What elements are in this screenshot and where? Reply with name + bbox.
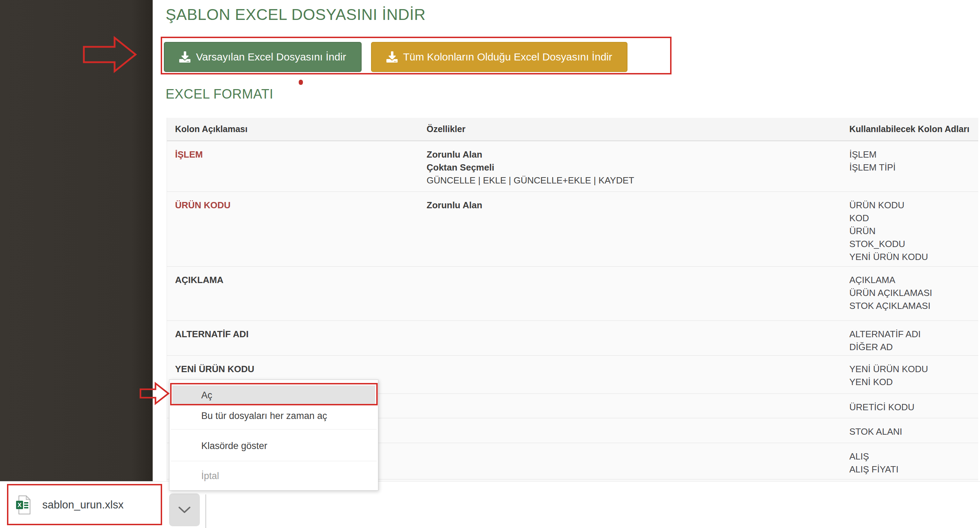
shelf-divider xyxy=(205,495,206,528)
header-kolon-aciklamasi: Kolon Açıklaması xyxy=(167,124,426,134)
download-icon xyxy=(179,51,191,62)
row-usable-column-names: ALIŞALIŞ FİYATI xyxy=(841,443,978,479)
row-column-description: ALTERNATİF ADI xyxy=(167,321,426,355)
row-column-description: AÇIKLAMA xyxy=(167,267,426,320)
table-row: İŞLEM Zorunlu AlanÇoktan SeçmeliGÜNCELLE… xyxy=(167,141,978,192)
context-menu-item[interactable]: Bu tür dosyaları her zaman aç xyxy=(172,407,375,425)
row-column-description: İŞLEM xyxy=(167,141,426,191)
row-features xyxy=(426,418,841,443)
menu-divider xyxy=(171,461,377,461)
section-title-excel-format: EXCEL FORMATI xyxy=(165,87,273,102)
context-menu-item[interactable]: Klasörde göster xyxy=(172,437,375,455)
excel-file-icon: X xyxy=(16,496,30,514)
row-column-description: ÜRÜN KODU xyxy=(167,192,426,266)
header-ozellikler: Özellikler xyxy=(426,124,841,134)
red-dash-annotation xyxy=(299,80,303,85)
row-usable-column-names: AÇIKLAMAÜRÜN AÇIKLAMASISTOK AÇIKLAMASI xyxy=(841,267,978,320)
row-usable-column-names: ALTERNATİF ADIDİĞER AD xyxy=(841,321,978,355)
menu-divider xyxy=(171,429,377,429)
row-features xyxy=(426,394,841,418)
page-title: ŞABLON EXCEL DOSYASINI İNDİR xyxy=(165,6,426,24)
row-usable-column-names: YENİ ÜRÜN KODUYENİ KOD xyxy=(841,356,978,393)
context-menu-item: İptal xyxy=(172,467,375,485)
download-default-excel-button[interactable]: Varsayılan Excel Dosyasını İndir xyxy=(164,42,362,72)
row-usable-column-names: ÜRETİCİ KODU xyxy=(841,394,978,418)
file-options-button[interactable] xyxy=(169,493,200,526)
row-features: Zorunlu AlanÇoktan SeçmeliGÜNCELLE | EKL… xyxy=(426,141,841,191)
downloaded-file-name: sablon_urun.xlsx xyxy=(42,499,124,511)
download-context-menu: AçBu tür dosyaları her zaman açKlasörde … xyxy=(169,380,379,491)
table-row: ALTERNATİF ADI ALTERNATİF ADIDİĞER AD xyxy=(167,321,978,356)
row-features: Zorunlu Alan xyxy=(426,192,841,266)
download-shelf: X sablon_urun.xlsx xyxy=(0,481,980,528)
download-all-columns-excel-label: Tüm Kolonların Olduğu Excel Dosyasını İn… xyxy=(403,51,612,63)
download-default-excel-label: Varsayılan Excel Dosyasını İndir xyxy=(196,51,346,63)
row-usable-column-names: İŞLEMİŞLEM TİPİ xyxy=(841,141,978,191)
download-icon xyxy=(387,51,398,62)
row-features xyxy=(426,267,841,320)
header-kullanilabilecek-kolon-adlari: Kullanılabilecek Kolon Adları xyxy=(841,124,978,134)
chevron-down-icon xyxy=(178,506,191,514)
table-row: ÜRÜN KODU Zorunlu Alan ÜRÜN KODUKODÜRÜNS… xyxy=(167,192,978,267)
table-row: AÇIKLAMA AÇIKLAMAÜRÜN AÇIKLAMASISTOK AÇI… xyxy=(167,267,978,321)
downloaded-file-item[interactable]: X sablon_urun.xlsx xyxy=(8,486,161,524)
svg-text:X: X xyxy=(18,502,22,509)
download-buttons-row: Varsayılan Excel Dosyasını İndir Tüm Kol… xyxy=(164,42,627,72)
row-features xyxy=(426,356,841,393)
row-usable-column-names: ÜRÜN KODUKODÜRÜNSTOK_KODUYENİ ÜRÜN KODU xyxy=(841,192,978,266)
table-header-row: Kolon Açıklaması Özellikler Kullanılabil… xyxy=(167,118,978,141)
row-features xyxy=(426,321,841,355)
row-features xyxy=(426,443,841,479)
download-all-columns-excel-button[interactable]: Tüm Kolonların Olduğu Excel Dosyasını İn… xyxy=(371,42,628,72)
row-usable-column-names: STOK ALANI xyxy=(841,418,978,443)
sidebar xyxy=(0,0,153,481)
context-menu-item[interactable]: Aç xyxy=(172,385,375,405)
